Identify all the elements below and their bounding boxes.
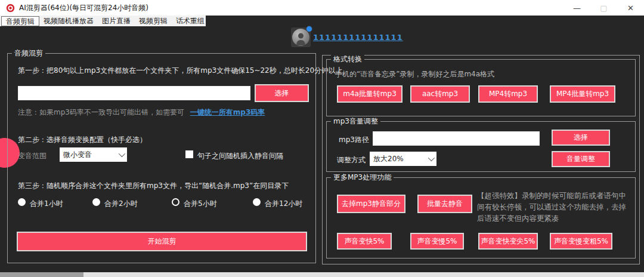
mp4-to-mp3-button[interactable]: MP4转mp3 [478,85,538,103]
adjust-mode-select[interactable]: 放大20% [370,152,436,166]
silence-gap-label: 句子之间随机插入静音间隔 [197,151,283,161]
background-window-strip-left [0,272,83,277]
radio-merge-2h[interactable] [92,198,100,206]
tab-strip-bg: 音频剪辑 视频随机播放器 图片直播 视频剪辑 话术重组 [0,16,206,26]
faster-sharper-5-button[interactable]: 声音变快变尖5% [478,233,538,250]
super-effect-tip: 【超强特效】录制的时候可能前后或者语句中间有较长停顿，可以通过这个功能去掉，去掉… [477,190,633,224]
step1-select-button[interactable]: 选择 [255,84,309,102]
verified-badge-icon [306,26,312,32]
chevron-down-icon [428,155,435,161]
mp4-batch-to-mp3-button[interactable]: MP4批量转mp3 [550,85,615,103]
slower-deeper-5-button[interactable]: 声音变慢变粗5% [550,233,612,250]
adjust-mode-label: 调整方式 [337,155,366,165]
maximize-button: ▢ [590,0,617,16]
tab-image-live[interactable]: 图片直播 [98,16,135,26]
group-more-mp3-title: 更多MP3处理功能 [331,173,394,183]
mp3-path-input[interactable] [373,131,540,146]
person-icon [296,32,305,45]
step1-heading: 第一步：把80句以上mp3文件都放在一个文件夹下，所有mp3文件确保15~22秒… [18,66,343,76]
background-window-strip [0,272,644,277]
volume-select-button[interactable]: 选择 [552,130,610,146]
mp3-path-label: mp3路径 [339,135,369,145]
radio-merge-5h-label: 合并5小时 [184,199,217,209]
unify-bitrate-link[interactable]: 一键统一所有mp3码率 [190,108,265,116]
chevron-down-icon [119,150,125,157]
close-button[interactable]: ✕ [617,0,644,16]
volume-adjust-button[interactable]: 音量调整 [552,151,610,167]
username-link[interactable]: 111111111111111 [313,33,403,42]
voice-range-select[interactable]: 微小变音 [60,147,127,162]
step1-folder-path-input[interactable] [18,86,250,100]
silence-gap-checkbox[interactable] [185,150,193,158]
title-bar: AI混剪器(64位)(每日可混剪24小时音频) — ▢ ✕ [0,0,644,16]
tab-video-edit[interactable]: 视频剪辑 [135,16,172,26]
step3-heading: 第三步：随机顺序合并这个文件夹里所有mp3文件，导出“随机合并.mp3”在同目录… [18,181,289,191]
slow-down-5-button[interactable]: 声音变慢5% [410,233,464,250]
aac-to-mp3-button[interactable]: aac转mp3 [410,85,470,103]
voice-range-label: 变音范围 [18,151,47,161]
tab-audio-edit[interactable]: 音频剪辑 [1,16,39,26]
group-audio-mix-title: 音频混剪 [12,48,45,59]
step1-note-text: 注意：如果mp3码率不一致导出可能出错，如需要可 [18,108,184,116]
step2-heading: 第二步：选择音频变换配置（快手必选） [18,135,147,145]
tab-strip: 音频剪辑 视频随机播放器 图片直播 视频剪辑 话术重组 [0,16,644,26]
start-mix-button[interactable]: 开始混剪 [17,232,307,251]
radio-merge-2h-label: 合并2小时 [104,199,138,209]
tab-video-random-player[interactable]: 视频随机播放器 [39,16,98,26]
radio-merge-5h[interactable] [172,198,179,206]
tab-script-remix[interactable]: 话术重组 [172,16,209,26]
step1-note: 注意：如果mp3码率不一致导出可能出错，如需要可 一键统一所有mp3码率 [18,107,265,118]
radio-merge-1h[interactable] [18,198,26,206]
app-window: AI混剪器(64位)(每日可混剪24小时音频) — ▢ ✕ 音频剪辑 视频随机播… [0,0,644,277]
minimize-button[interactable]: — [564,0,590,16]
voice-range-value: 微小变音 [63,150,92,160]
group-format-convert-title: 格式转换 [331,54,364,64]
m4a-batch-to-mp3-button[interactable]: m4a批量转mp3 [337,85,402,103]
format-description: 手机的“语音备忘录”录制，录制好之后是m4a格式 [335,69,494,79]
radio-merge-12h[interactable] [253,198,261,206]
batch-remove-silence-button[interactable]: 批量去静音 [417,195,472,213]
radio-merge-12h-label: 合并12小时 [265,199,302,209]
avatar[interactable] [291,27,311,47]
radio-merge-1h-label: 合并1小时 [30,199,63,209]
app-logo-icon [6,4,15,13]
speed-up-5-button[interactable]: 声音变快5% [337,233,392,250]
group-volume-adjust-title: mp3音量调整 [331,116,380,127]
window-title: AI混剪器(64位)(每日可混剪24小时音频) [19,3,148,13]
adjust-mode-value: 放大20% [373,154,404,164]
remove-mp3-silence-button[interactable]: 去掉mp3静音部分 [337,195,405,213]
